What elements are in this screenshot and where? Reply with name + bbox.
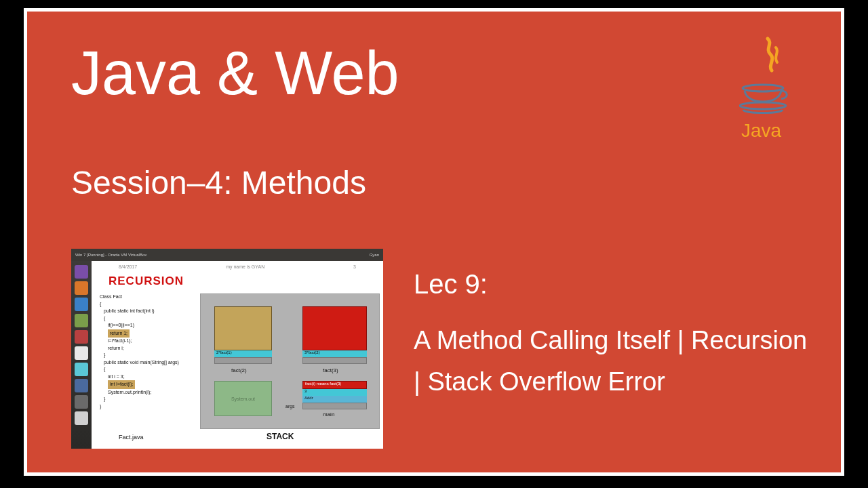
code-line: Class Fact [100,293,201,301]
sidebar-icon [75,314,88,327]
thumb-header-title: my name is GYAN [137,264,353,269]
stack-label-args: args [285,404,295,409]
java-cup-icon [739,83,793,117]
code-line: i=i*fact(i-1); [108,338,201,345]
code-line: } [104,396,201,403]
sidebar-icon [75,330,88,344]
stack-frame-main-i: 3 [302,389,367,396]
main-title: Java & Web [71,39,399,108]
sidebar-icon [75,346,88,360]
thumb-document-area: 8/4/2017 my name is GYAN 3 RECURSION Cla… [92,261,383,449]
java-steam-icon [753,35,787,76]
stack-heading: STACK [267,432,294,441]
java-logo-label: Java [741,120,781,142]
thumb-filename: Fact.java [119,434,144,441]
stack-frame-fact2-body [214,306,272,350]
stack-frame-main-call: fact(i) means fact(3) [302,381,367,389]
code-line-highlight: return 1; [108,329,201,338]
stack-frame-fact2-val: 2*fact(1) [214,350,272,357]
lecture-desc-line1: A Method Calling Itself | Recursion [414,326,807,354]
thumb-doc-header: 8/4/2017 my name is GYAN 3 [92,261,383,272]
svg-point-1 [740,102,786,109]
thumb-code-block: Class Fact { public static int fact(int … [100,293,201,410]
stack-frame-fact2-base [214,357,272,364]
code-line: { [104,366,201,373]
stack-frame-fact3-base [302,357,367,364]
thumb-heading-recursion: RECURSION [108,274,184,288]
lecture-description: A Method Calling Itself | Recursion | St… [414,320,807,403]
code-line: } [100,403,201,411]
thumb-window-titlebar: Win 7 [Running] - Oracle VM VirtualBox G… [71,249,383,261]
code-line: System.out.println(l); [108,389,201,396]
thumb-sidebar [71,261,92,449]
stack-label-fact2: fact(2) [231,367,247,373]
screenshot-thumbnail: Win 7 [Running] - Oracle VM VirtualBox G… [71,249,383,449]
code-line: int i = 3; [108,373,201,381]
stack-frame-fact3-body [302,306,367,350]
code-line: if(i==0||i==1) [108,322,201,329]
code-line: public static int fact(int i) [104,308,201,315]
sidebar-icon [75,395,88,409]
sidebar-icon [75,281,88,295]
code-line: { [100,301,201,308]
svg-point-0 [743,85,783,92]
subtitle: Session–4: Methods [71,164,366,201]
sidebar-icon [75,379,88,392]
thumb-stack-panel: 2*fact(1) fact(2) 3*fact(2) fact(3) Syst… [200,293,380,429]
stack-label-fact3: fact(3) [323,367,338,373]
thumb-titlebar-left: Win 7 [Running] - Oracle VM VirtualBox [75,253,146,257]
slide-canvas: Java & Web Session–4: Methods Java Lec 9… [24,8,844,476]
stack-frame-fact3-val: 3*fact(2) [302,350,367,357]
sidebar-icon [75,265,88,279]
sidebar-icon [75,363,88,376]
sidebar-icon [75,298,88,311]
thumb-titlebar-right: Gyan [370,253,379,257]
code-line-highlight: int l=fact(i); [108,380,201,389]
thumb-header-date: 8/4/2017 [119,264,137,269]
stack-frame-main-addr: Addr [302,396,367,403]
sidebar-icon [75,411,88,425]
code-line: { [104,315,201,323]
code-line: return i; [108,345,201,352]
code-line: public static void main(String[] args) [104,359,201,367]
stack-frame-sysout: System.out [214,381,272,416]
stack-frame-main-base [302,403,367,409]
thumb-header-page: 3 [353,264,356,269]
lecture-desc-line2: | Stack Overflow Error [414,367,665,396]
code-line: } [104,352,201,359]
stack-label-main: main [323,411,334,418]
java-logo: Java [729,35,810,150]
lecture-number: Lec 9: [414,269,488,300]
